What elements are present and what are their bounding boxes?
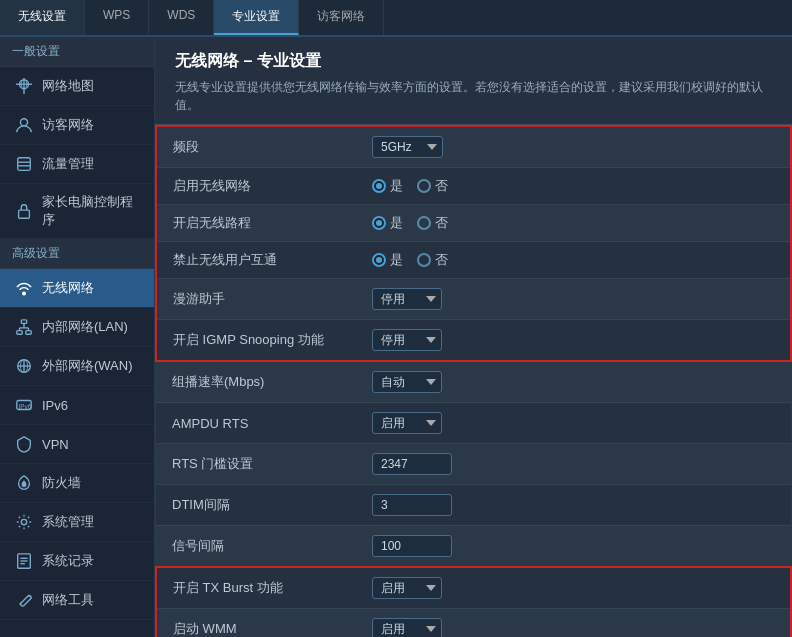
- sidebar-label-ipv6: IPv6: [42, 398, 68, 413]
- sidebar-item-syslog[interactable]: 系统记录: [0, 542, 154, 581]
- value-range: 是 否: [356, 205, 791, 242]
- radio-isolate-yes[interactable]: 是: [372, 251, 403, 269]
- sidebar-item-traffic[interactable]: 流量管理: [0, 145, 154, 184]
- label-isolate: 禁止无线用户互通: [156, 242, 356, 279]
- sidebar-item-vpn[interactable]: VPN: [0, 425, 154, 464]
- radio-range-label-no: 否: [435, 214, 448, 232]
- radio-range-no[interactable]: 否: [417, 214, 448, 232]
- radio-range-label-yes: 是: [390, 214, 403, 232]
- row-rts: RTS 门槛设置: [156, 444, 791, 485]
- svg-rect-10: [21, 320, 26, 324]
- input-rts[interactable]: [372, 453, 452, 475]
- sidebar-label-guest: 访客网络: [42, 116, 94, 134]
- radio-isolate-btn-no: [417, 253, 431, 267]
- admin-icon: [14, 512, 34, 532]
- row-band: 频段 2.4GHz 5GHz: [156, 126, 791, 168]
- tab-wireless[interactable]: 无线设置: [0, 0, 85, 35]
- sidebar-label-sysadmin: 系统管理: [42, 513, 94, 531]
- value-dtim[interactable]: [356, 485, 791, 526]
- sidebar-item-firewall[interactable]: 防火墙: [0, 464, 154, 503]
- radio-range: 是 否: [372, 214, 774, 232]
- label-txburst: 开启 TX Burst 功能: [156, 567, 356, 609]
- tab-advanced[interactable]: 专业设置: [214, 0, 299, 35]
- input-beacon[interactable]: [372, 535, 452, 557]
- radio-range-yes[interactable]: 是: [372, 214, 403, 232]
- content-area: 无线网络 – 专业设置 无线专业设置提供供您无线网络传输与效率方面的设置。若您没…: [155, 37, 792, 637]
- general-header: 一般设置: [0, 37, 154, 67]
- wifi-icon: [14, 278, 34, 298]
- label-band: 频段: [156, 126, 356, 168]
- radio-label-yes: 是: [390, 177, 403, 195]
- sidebar-label-map: 网络地图: [42, 77, 94, 95]
- sidebar-item-wireless[interactable]: 无线网络: [0, 269, 154, 308]
- page-description: 无线专业设置提供供您无线网络传输与效率方面的设置。若您没有选择适合的设置，建议采…: [175, 78, 772, 114]
- value-txburst[interactable]: 启用 停用: [356, 567, 791, 609]
- value-rts[interactable]: [356, 444, 791, 485]
- sidebar-item-lan[interactable]: 内部网络(LAN): [0, 308, 154, 347]
- label-multicast-rate: 组播速率(Mbps): [156, 361, 356, 403]
- sidebar-label-wan: 外部网络(WAN): [42, 357, 133, 375]
- sidebar-label-firewall: 防火墙: [42, 474, 81, 492]
- select-band[interactable]: 2.4GHz 5GHz: [372, 136, 443, 158]
- label-dtim: DTIM间隔: [156, 485, 356, 526]
- radio-enable-yes[interactable]: 是: [372, 177, 403, 195]
- sidebar: 一般设置 网络地图 访客网络 流量管理 家长电脑控制程序 高级设置: [0, 37, 155, 637]
- advanced-header: 高级设置: [0, 239, 154, 269]
- radio-enable-no[interactable]: 否: [417, 177, 448, 195]
- input-dtim[interactable]: [372, 494, 452, 516]
- sidebar-item-parental[interactable]: 家长电脑控制程序: [0, 184, 154, 239]
- settings-table: 频段 2.4GHz 5GHz 启用无线网络 是: [155, 125, 792, 637]
- row-wmm: 启动 WMM 启用 停用: [156, 609, 791, 638]
- radio-isolate-btn-yes: [372, 253, 386, 267]
- radio-isolate: 是 否: [372, 251, 774, 269]
- svg-point-4: [20, 119, 27, 126]
- sidebar-item-guest[interactable]: 访客网络: [0, 106, 154, 145]
- tab-guest[interactable]: 访客网络: [299, 0, 384, 35]
- wan-icon: [14, 356, 34, 376]
- log-icon: [14, 551, 34, 571]
- sidebar-label-parental: 家长电脑控制程序: [42, 193, 144, 229]
- row-txburst: 开启 TX Burst 功能 启用 停用: [156, 567, 791, 609]
- value-igmp[interactable]: 启用 停用: [356, 320, 791, 362]
- value-isolate: 是 否: [356, 242, 791, 279]
- row-isolate: 禁止无线用户互通 是 否: [156, 242, 791, 279]
- sidebar-item-map[interactable]: 网络地图: [0, 67, 154, 106]
- svg-rect-12: [26, 331, 31, 335]
- value-roaming[interactable]: 启用 停用: [356, 279, 791, 320]
- svg-rect-11: [17, 331, 22, 335]
- sidebar-item-sysadmin[interactable]: 系统管理: [0, 503, 154, 542]
- radio-btn-no: [417, 179, 431, 193]
- value-beacon[interactable]: [356, 526, 791, 568]
- traffic-icon: [14, 154, 34, 174]
- sidebar-label-lan: 内部网络(LAN): [42, 318, 128, 336]
- sidebar-label-vpn: VPN: [42, 437, 69, 452]
- value-wmm[interactable]: 启用 停用: [356, 609, 791, 638]
- sidebar-label-tools: 网络工具: [42, 591, 94, 609]
- main-layout: 一般设置 网络地图 访客网络 流量管理 家长电脑控制程序 高级设置: [0, 37, 792, 637]
- row-igmp: 开启 IGMP Snooping 功能 启用 停用: [156, 320, 791, 362]
- label-ampdu: AMPDU RTS: [156, 403, 356, 444]
- value-multicast-rate[interactable]: 自动 125.511: [356, 361, 791, 403]
- label-rts: RTS 门槛设置: [156, 444, 356, 485]
- radio-isolate-no[interactable]: 否: [417, 251, 448, 269]
- row-roaming: 漫游助手 启用 停用: [156, 279, 791, 320]
- row-dtim: DTIM间隔: [156, 485, 791, 526]
- tab-wps[interactable]: WPS: [85, 0, 149, 35]
- value-enable-wireless: 是 否: [356, 168, 791, 205]
- label-wmm: 启动 WMM: [156, 609, 356, 638]
- value-band[interactable]: 2.4GHz 5GHz: [356, 126, 791, 168]
- sidebar-item-tools[interactable]: 网络工具: [0, 581, 154, 620]
- sidebar-item-ipv6[interactable]: IPv6 IPv6: [0, 386, 154, 425]
- tab-wds[interactable]: WDS: [149, 0, 214, 35]
- value-ampdu[interactable]: 启用 停用: [356, 403, 791, 444]
- select-wmm[interactable]: 启用 停用: [372, 618, 442, 637]
- label-roaming: 漫游助手: [156, 279, 356, 320]
- select-igmp[interactable]: 启用 停用: [372, 329, 442, 351]
- select-roaming[interactable]: 启用 停用: [372, 288, 442, 310]
- page-title-bar: 无线网络 – 专业设置 无线专业设置提供供您无线网络传输与效率方面的设置。若您没…: [155, 37, 792, 125]
- sidebar-item-wan[interactable]: 外部网络(WAN): [0, 347, 154, 386]
- select-txburst[interactable]: 启用 停用: [372, 577, 442, 599]
- select-multicast-rate[interactable]: 自动 125.511: [372, 371, 442, 393]
- select-ampdu[interactable]: 启用 停用: [372, 412, 442, 434]
- tools-icon: [14, 590, 34, 610]
